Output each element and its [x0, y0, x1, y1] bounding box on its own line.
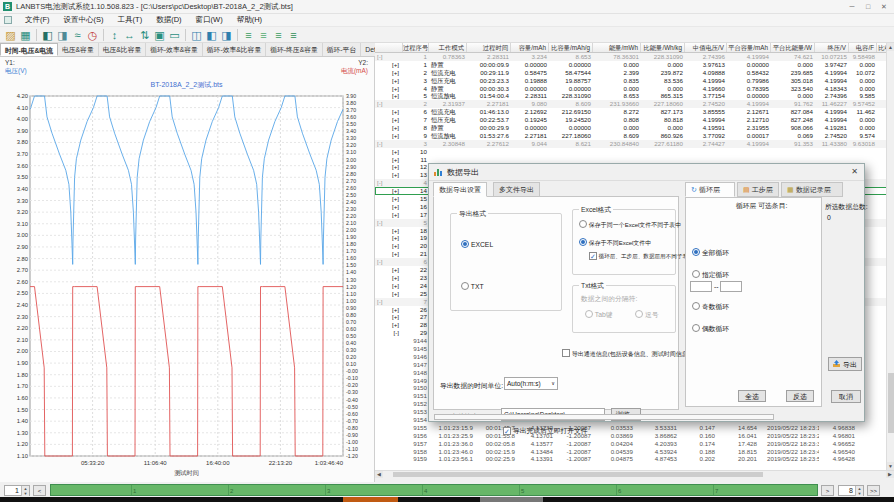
taskbar-app-gray[interactable] [480, 497, 543, 502]
cycle-range-start-input[interactable] [690, 281, 712, 292]
taskbar-app-orange[interactable] [343, 497, 398, 502]
scroll-down-icon[interactable]: ▼ [887, 462, 894, 470]
split-2pane-icon[interactable]: ◫ [189, 28, 204, 42]
table-row[interactable]: [+]3恒压充电00:23:23.30.1988819.887570.83583… [375, 77, 894, 85]
menu-文件(F)[interactable]: 文件(F) [18, 15, 57, 25]
page-next-button[interactable]: > [821, 485, 834, 496]
col-header[interactable]: 电容/F [849, 43, 877, 52]
time-unit-select[interactable]: Auto(h:m:s) ∨ [504, 377, 558, 390]
window-menu-icon[interactable] [4, 16, 12, 24]
table-row[interactable]: [+]4静置00:00:30.30.000000.000000.0000.000… [375, 85, 894, 93]
all-cycles-radio[interactable] [692, 248, 700, 256]
tab-multi-file-export[interactable]: 多文件导出 [493, 182, 540, 197]
tab-export-settings[interactable]: 数据导出设置 [433, 182, 487, 197]
split-right-icon[interactable]: ◨ [219, 28, 234, 42]
tab-工步层[interactable]: ▤工步层 [737, 182, 779, 197]
col-header[interactable] [375, 43, 403, 52]
list-view3-icon[interactable]: ≡ [271, 28, 286, 42]
page-number-input[interactable]: 1▲▼ [4, 485, 30, 496]
col-header[interactable]: 平台容量/mAh [727, 43, 771, 52]
maximize-button[interactable]: □ [860, 0, 876, 13]
view-tab-电压&容量[interactable]: 电压&容量 [58, 43, 99, 56]
snapshot-icon[interactable]: ◧ [40, 28, 55, 42]
even-cycles-radio[interactable] [692, 324, 700, 332]
table-row[interactable]: [+]2恒流充电00:29:11.90.5847558.475442.39923… [375, 69, 894, 77]
zoom-box-icon[interactable]: ▣ [152, 28, 167, 42]
cycle-range-end-input[interactable] [720, 281, 742, 292]
open-file-icon[interactable]: ▨ [3, 28, 18, 42]
open-after-checkbox[interactable]: ✓ [503, 427, 511, 435]
tab-delim-radio[interactable] [585, 310, 593, 318]
align-center-icon[interactable]: ⇅ [137, 28, 152, 42]
menu-窗口(W)[interactable]: 窗口(W) [189, 15, 230, 25]
fit-vertical-icon[interactable]: ↕ [107, 28, 122, 42]
same-excel-file-radio[interactable] [579, 220, 587, 228]
scroll-right-icon[interactable]: ▶ [886, 471, 894, 478]
excel-radio[interactable] [461, 240, 469, 248]
table-row[interactable]: [+]5恒流放电01:54:00.42.28311228.310908.6538… [375, 92, 894, 100]
comma-delim-radio[interactable] [635, 310, 643, 318]
hscroll-thumb[interactable] [393, 472, 763, 477]
dialog-close-icon[interactable]: ✕ [851, 167, 858, 176]
select-all-button[interactable]: 全选 [738, 390, 766, 402]
specified-cycles-radio[interactable] [692, 270, 700, 278]
channel-info-checkbox[interactable] [562, 349, 570, 357]
menu-数据(D)[interactable]: 数据(D) [149, 15, 188, 25]
vscroll-thumb[interactable] [888, 373, 894, 433]
table-row[interactable]: [-]10.783632.283113.2348.65378.36301228.… [375, 53, 894, 61]
page-number2-input[interactable]: 8▲▼ [838, 485, 864, 496]
subsheet-checkbox[interactable]: ✓ [589, 252, 597, 260]
col-header[interactable]: 比能量/Wh/kg [641, 43, 685, 52]
cancel-button[interactable]: 取消 [831, 390, 861, 403]
table-row[interactable]: [+]8静置00:00:29.90.000000.000000.0000.000… [375, 124, 894, 132]
table-row[interactable]: 91591.01:23:56.100:02:25.94.13391-1.2008… [375, 455, 894, 463]
page-spinner2[interactable]: ▲▼ [855, 486, 863, 496]
list-view2-icon[interactable]: ≡ [256, 28, 271, 42]
fit-horizontal-icon[interactable]: ↔ [122, 28, 137, 42]
save-icon[interactable]: ▦ [18, 28, 33, 42]
table-row[interactable]: 91551.01:23:15.900:01:45.74.13732-1.2008… [375, 424, 894, 432]
alarm-icon[interactable]: ◷ [85, 28, 100, 42]
view-tab-时间-电压&电流[interactable]: 时间-电压&电流 [0, 43, 58, 56]
curve-icon[interactable]: ≈ [70, 28, 85, 42]
col-header[interactable]: 容量/mAh [511, 43, 549, 52]
table-row[interactable]: [+]9恒流放电01:53:27.62.27181227.180608.6098… [375, 132, 894, 140]
menu-工具(T)[interactable]: 工具(T) [111, 15, 150, 25]
txt-radio[interactable] [461, 282, 469, 290]
page-spinner[interactable]: ▲▼ [21, 486, 29, 496]
col-header[interactable]: 工作模式 [429, 43, 467, 52]
copy-icon[interactable]: ◨ [55, 28, 70, 42]
horizontal-scrollbar[interactable]: ◀ ▶ [375, 470, 894, 478]
table-row[interactable]: 91581.01:23:46.000:02:15.94.13484-1.2008… [375, 448, 894, 456]
page-last-button[interactable]: >> [867, 485, 880, 496]
list-view1-icon[interactable]: ≡ [241, 28, 256, 42]
list-view4-icon[interactable]: ≡ [286, 28, 301, 42]
view-tab-电压&比容量[interactable]: 电压&比容量 [99, 43, 147, 56]
vertical-scrollbar[interactable]: ▲ ▼ [886, 43, 894, 470]
tab-循环层[interactable]: ↻循环层 [685, 182, 735, 197]
view-tab-循环-效率&比容量[interactable]: 循环-效率&比容量 [203, 43, 266, 56]
export-button[interactable]: 导出 [828, 357, 862, 371]
menu-设置中心(S)[interactable]: 设置中心(S) [57, 15, 111, 25]
view-tab-循环-平台[interactable]: 循环-平台 [323, 43, 361, 56]
tab-数据记录层[interactable]: ▦数据记录层 [781, 182, 843, 197]
col-header[interactable]: 中值电压/V [685, 43, 727, 52]
progress-strip[interactable]: 1234567 [50, 484, 818, 496]
col-header[interactable]: 过程时间 [467, 43, 511, 52]
view-tab-循环-效率&容量[interactable]: 循环-效率&容量 [146, 43, 203, 56]
col-header[interactable]: 过程序号 [403, 43, 429, 52]
view-tab-循环-终压&容量[interactable]: 循环-终压&容量 [266, 43, 323, 56]
odd-cycles-radio[interactable] [692, 302, 700, 310]
invert-selection-button[interactable]: 反选 [786, 390, 814, 402]
col-header[interactable]: 平台比能量/W [771, 43, 815, 52]
table-row[interactable]: 91571.01:23:36.000:02:05.84.13577-1.2008… [375, 440, 894, 448]
col-header[interactable]: 能量/mWh [593, 43, 641, 52]
close-button[interactable]: ✕ [876, 0, 892, 13]
table-row[interactable]: [-]22.319372.271819.0808.609231.93660227… [375, 100, 894, 108]
page-prev-button[interactable]: < [33, 485, 46, 496]
col-header[interactable]: 比容量/mAh/g [549, 43, 593, 52]
col-header[interactable]: 终压/V [815, 43, 849, 52]
table-row[interactable]: 91561.01:23:25.900:01:55.84.13701-1.2008… [375, 432, 894, 440]
table-row[interactable]: [+]10434 [375, 148, 894, 156]
scroll-up-icon[interactable]: ▲ [887, 43, 894, 51]
